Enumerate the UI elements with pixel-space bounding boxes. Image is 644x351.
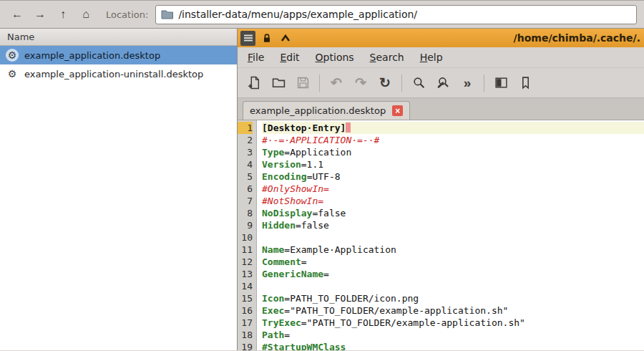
code-line: #StartupWMClass: [262, 341, 644, 350]
file-row-uninstall-desktop[interactable]: ⚙ example_application-uninstall.desktop: [0, 64, 237, 83]
chevron-up-icon[interactable]: [278, 31, 293, 46]
tab-close-icon[interactable]: ×: [392, 105, 403, 116]
editor-titlebar: /home/chimba/.cache/.: [238, 29, 644, 47]
editor-tabbar: example_application.desktop ×: [238, 98, 644, 120]
code-area[interactable]: [Desktop·Entry]#·-=·APPLICATION·=-·#Type…: [257, 120, 644, 350]
text-cursor: [346, 122, 351, 133]
toolbar-separator: [319, 74, 320, 92]
editor-toolbar: ↶ ↷ ↻ »: [238, 68, 644, 98]
window-menu-icon[interactable]: [240, 31, 255, 46]
name-column-header[interactable]: Name: [0, 29, 237, 46]
name-column-label: Name: [7, 32, 34, 42]
file-list-panel: Name ⚙ example_application.desktop ⚙ exa…: [0, 29, 238, 350]
main-split: Name ⚙ example_application.desktop ⚙ exa…: [0, 29, 644, 350]
code-line: Path=: [262, 329, 644, 341]
line-number: 13: [238, 268, 253, 280]
line-number: 3: [238, 146, 253, 158]
file-name: example_application-uninstall.desktop: [24, 69, 203, 80]
line-number: 17: [238, 317, 253, 329]
editor-body: 12345678910111213141516171819 [Desktop·E…: [238, 120, 644, 350]
code-line: #·-=·APPLICATION·=-·#: [262, 134, 644, 146]
file-name: example_application.desktop: [24, 50, 160, 61]
code-line: [262, 231, 644, 244]
forward-icon[interactable]: →: [30, 5, 50, 24]
location-input[interactable]: /installer-data/menu/apps/example_applic…: [155, 5, 637, 24]
line-number: 11: [238, 244, 253, 256]
tab-example-application-desktop[interactable]: example_application.desktop ×: [243, 101, 410, 120]
folder-icon: [161, 9, 173, 19]
new-document-icon[interactable]: [246, 75, 262, 91]
redo-icon[interactable]: ↷: [353, 75, 369, 91]
reload-icon[interactable]: ↻: [377, 75, 393, 91]
editor-menubar: File Edit Options Search Help: [238, 47, 644, 68]
code-line: Type=Application: [262, 146, 644, 158]
home-icon[interactable]: ⌂: [76, 5, 96, 24]
file-row-desktop[interactable]: ⚙ example_application.desktop: [0, 46, 237, 64]
line-number: 9: [238, 219, 253, 231]
side-pane-icon[interactable]: [493, 75, 509, 91]
toolbar-separator: [401, 74, 402, 92]
code-line: Encoding=UTF-8: [262, 170, 644, 183]
code-line: #NotShowIn=: [262, 195, 644, 207]
line-number-gutter: 12345678910111213141516171819: [238, 120, 257, 350]
code-line: TryExec="PATH_TO_FOLDER/example-applicat…: [262, 317, 644, 329]
line-number: 1: [238, 122, 253, 134]
location-label: Location:: [106, 9, 148, 20]
menu-options[interactable]: Options: [316, 52, 354, 63]
menu-search[interactable]: Search: [370, 52, 404, 63]
toolbar-separator: [484, 74, 484, 92]
line-number: 19: [238, 341, 253, 350]
code-line: [Desktop·Entry]: [262, 122, 644, 134]
lock-icon[interactable]: [259, 31, 274, 46]
open-folder-icon[interactable]: [270, 75, 286, 91]
code-line: Version=1.1: [262, 158, 644, 170]
line-number: 10: [238, 231, 253, 244]
code-line: #OnlyShowIn=: [262, 183, 644, 195]
back-icon[interactable]: ←: [7, 5, 27, 24]
search-icon[interactable]: [411, 75, 426, 91]
code-line: Name=Example·Application: [262, 244, 644, 256]
window-title: /home/chimba/.cache/.: [296, 32, 641, 44]
menu-edit[interactable]: Edit: [280, 52, 299, 63]
save-icon[interactable]: [295, 75, 311, 91]
line-number: 2: [238, 134, 253, 146]
line-number: 6: [238, 183, 253, 195]
code-line: Icon=PATH_TO_FOLDER/icon.png: [262, 292, 644, 304]
code-line: [262, 280, 644, 292]
text-editor-window: /home/chimba/.cache/. File Edit Options …: [238, 29, 644, 350]
code-line: Exec="PATH_TO_FOLDER/example-application…: [262, 304, 644, 317]
line-number: 4: [238, 158, 253, 170]
line-number: 5: [238, 170, 253, 183]
gear-icon: ⚙: [6, 67, 19, 80]
line-number: 14: [238, 280, 253, 292]
gear-icon: ⚙: [6, 49, 19, 62]
menu-help[interactable]: Help: [420, 52, 443, 63]
up-icon[interactable]: ↑: [53, 5, 73, 24]
search-replace-icon[interactable]: [435, 75, 451, 91]
code-line: Comment=: [262, 256, 644, 268]
line-number: 7: [238, 195, 253, 207]
line-number: 18: [238, 329, 253, 341]
menu-file[interactable]: File: [248, 52, 264, 63]
undo-icon[interactable]: ↶: [328, 75, 344, 91]
file-manager-toolbar: ← → ↑ ⌂ Location: /installer-data/menu/a…: [0, 0, 644, 29]
tab-label: example_application.desktop: [250, 105, 386, 116]
code-line: GenericName=: [262, 268, 644, 280]
bookmark-icon[interactable]: [517, 75, 533, 91]
line-number: 8: [238, 207, 253, 219]
line-number: 12: [238, 256, 253, 268]
location-path-text: /installer-data/menu/apps/example_applic…: [178, 9, 417, 20]
more-tools-icon[interactable]: »: [459, 75, 475, 91]
line-number: 15: [238, 292, 253, 304]
code-line: NoDisplay=false: [262, 207, 644, 219]
code-line: Hidden=false: [262, 219, 644, 231]
line-number: 16: [238, 304, 253, 317]
